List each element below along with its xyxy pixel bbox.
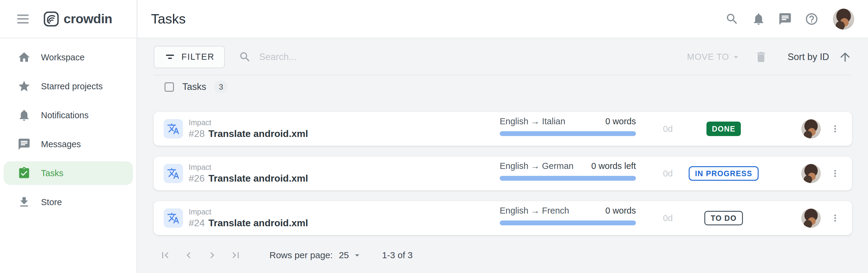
sidebar-item-label: Workspace: [41, 53, 85, 62]
sidebar-nav: Workspace Starred projects Notifications…: [0, 38, 136, 214]
words-count: 0 words: [605, 117, 636, 126]
language-column: English → German 0 words left: [500, 157, 636, 190]
chevron-down-icon[interactable]: [352, 250, 362, 260]
sort-direction-arrow-up-icon[interactable]: [838, 50, 852, 64]
sidebar-item-label: Notifications: [41, 110, 89, 120]
words-count: 0 words left: [591, 161, 636, 170]
tasks-toolbar: FILTER MOVE TO Sort by ID: [154, 39, 852, 75]
task-row[interactable]: Impact #24Translate android.xml English …: [154, 201, 852, 235]
page-title: Tasks: [151, 11, 186, 27]
tasks-count-badge: 3: [214, 81, 228, 93]
sidebar-item-label: Store: [41, 197, 62, 207]
rows-per-page-label: Rows per page:: [270, 250, 333, 260]
list-header-label: Tasks: [182, 81, 206, 92]
task-row[interactable]: Impact #26Translate android.xml English …: [154, 157, 852, 190]
language-pair: English → German: [500, 161, 574, 170]
more-menu-button[interactable]: [828, 121, 842, 136]
sidebar-item-tasks[interactable]: Tasks: [4, 161, 133, 185]
more-menu-button[interactable]: [828, 211, 842, 225]
words-count: 0 words: [605, 206, 636, 215]
sort-by-button[interactable]: Sort by ID: [787, 52, 829, 62]
sidebar-item-label: Tasks: [41, 168, 63, 178]
first-page-button[interactable]: [158, 249, 172, 262]
task-project: Impact: [189, 163, 211, 171]
chevron-right-icon: [206, 249, 218, 261]
notifications-bell-icon[interactable]: [752, 12, 766, 26]
language-column: English → Italian 0 words: [500, 112, 636, 146]
task-name: Translate android.xml: [208, 173, 308, 184]
last-page-button[interactable]: [229, 249, 242, 262]
kebab-icon: [830, 213, 841, 223]
progress-bar: [500, 131, 636, 136]
first-page-icon: [159, 249, 171, 261]
sidebar-item-notifications[interactable]: Notifications: [4, 104, 133, 127]
status-column: TO DO: [678, 201, 769, 235]
crowdin-logo-icon: [43, 11, 59, 27]
task-id: #28: [189, 128, 205, 139]
task-project: Impact: [189, 208, 211, 216]
assignee-avatar[interactable]: [801, 164, 821, 183]
sidebar-item-store[interactable]: Store: [4, 190, 133, 214]
due-date: 0d: [656, 157, 680, 190]
task-name: Translate android.xml: [208, 128, 308, 139]
pagination: Rows per page: 25 1-3 of 3: [154, 245, 852, 266]
chevron-down-icon: [731, 52, 741, 62]
move-to-dropdown[interactable]: MOVE TO: [687, 52, 741, 62]
progress-fill: [500, 131, 636, 136]
filter-button-label: FILTER: [181, 52, 215, 62]
previous-page-button[interactable]: [182, 249, 195, 262]
status-badge: TO DO: [704, 211, 743, 225]
chevron-left-icon: [183, 249, 195, 261]
sidebar-item-label: Starred projects: [41, 81, 103, 91]
task-title: #26Translate android.xml: [189, 173, 308, 184]
sidebar: crowdin Workspace Starred projects Notif…: [0, 0, 137, 273]
help-icon[interactable]: [805, 12, 818, 26]
translate-task-icon: [164, 164, 183, 183]
progress-bar: [500, 176, 636, 181]
menu-icon[interactable]: [17, 15, 29, 24]
rows-per-page-value[interactable]: 25: [339, 250, 349, 260]
select-all-checkbox[interactable]: [164, 82, 174, 92]
sidebar-item-label: Messages: [41, 139, 81, 149]
status-badge: DONE: [707, 121, 741, 136]
status-column: IN PROGRESS: [678, 157, 769, 190]
pagination-range: 1-3 of 3: [382, 250, 413, 260]
status-column: DONE: [678, 112, 769, 146]
search-input[interactable]: [259, 52, 428, 62]
filter-button[interactable]: FILTER: [154, 46, 225, 68]
crowdin-logo[interactable]: crowdin: [43, 11, 112, 27]
progress-fill: [500, 220, 636, 225]
language-pair: English → French: [500, 206, 569, 215]
delete-icon[interactable]: [754, 50, 768, 64]
search-box: [239, 51, 428, 63]
search-icon[interactable]: [725, 12, 739, 26]
language-column: English → French 0 words: [500, 201, 636, 235]
status-badge: IN PROGRESS: [689, 166, 758, 181]
task-name: Translate android.xml: [208, 218, 308, 228]
messages-chat-icon[interactable]: [778, 12, 792, 26]
translate-task-icon: [164, 209, 183, 228]
sidebar-logo-row: crowdin: [0, 0, 136, 38]
task-id: #24: [189, 218, 205, 228]
toolbar-actions: MOVE TO Sort by ID: [687, 50, 852, 64]
tasks-icon: [18, 166, 31, 180]
task-row[interactable]: Impact #28Translate android.xml English …: [154, 112, 852, 146]
language-pair: English → Italian: [500, 117, 565, 126]
sidebar-item-workspace[interactable]: Workspace: [4, 46, 133, 69]
sidebar-item-messages[interactable]: Messages: [4, 132, 133, 156]
next-page-button[interactable]: [206, 249, 219, 262]
assignee-avatar[interactable]: [801, 119, 821, 138]
bell-icon: [18, 109, 31, 122]
home-icon: [18, 51, 31, 64]
more-menu-button[interactable]: [828, 166, 842, 181]
download-icon: [18, 195, 31, 209]
sidebar-item-starred-projects[interactable]: Starred projects: [4, 75, 133, 98]
top-bar-actions: [725, 8, 854, 30]
star-icon: [18, 80, 31, 93]
translate-task-icon: [164, 119, 183, 138]
user-avatar[interactable]: [833, 8, 854, 30]
due-date: 0d: [656, 201, 680, 235]
last-page-icon: [230, 249, 242, 261]
assignee-avatar[interactable]: [801, 209, 821, 228]
list-header-row: Tasks 3: [154, 78, 852, 96]
